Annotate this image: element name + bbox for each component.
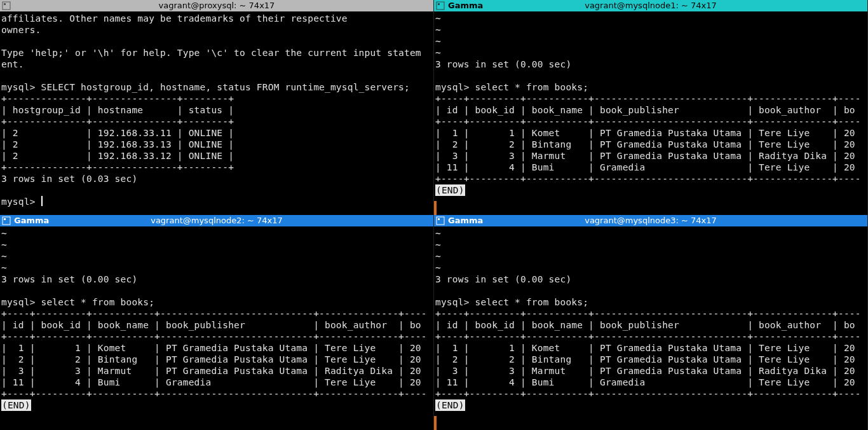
svg-rect-6 <box>437 217 444 225</box>
terminal-output[interactable]: ~ ~ ~ ~ 3 rows in set (0.00 sec) mysql> … <box>434 11 867 215</box>
terminal-output[interactable]: affiliates. Other names may be trademark… <box>0 11 433 215</box>
pager-end: (END) <box>435 184 465 196</box>
status-indicator <box>434 201 437 215</box>
pane-proxysql[interactable]: vagrant@proxysql: ~ 74x17 affiliates. Ot… <box>0 0 434 215</box>
terminal-output[interactable]: ~ ~ ~ ~ 3 rows in set (0.00 sec) mysql> … <box>0 226 433 430</box>
window-menu-icon[interactable] <box>1 216 11 226</box>
pager-end: (END) <box>435 399 465 411</box>
titlebar-mysqlnode1[interactable]: Gamma vagrant@mysqlnode1: ~ 74x17 <box>434 0 867 11</box>
svg-rect-1 <box>4 3 6 5</box>
svg-rect-5 <box>4 218 6 220</box>
titlebar-mysqlnode3[interactable]: Gamma vagrant@mysqlnode3: ~ 74x17 <box>434 215 867 226</box>
svg-rect-2 <box>437 2 444 10</box>
status-indicator <box>434 416 437 430</box>
terminal-output[interactable]: ~ ~ ~ ~ 3 rows in set (0.00 sec) mysql> … <box>434 226 867 430</box>
app-name: Gamma <box>14 215 54 226</box>
window-title: vagrant@proxysql: ~ 74x17 <box>0 0 433 11</box>
titlebar-mysqlnode2[interactable]: Gamma vagrant@mysqlnode2: ~ 74x17 <box>0 215 433 226</box>
svg-rect-3 <box>438 3 440 5</box>
pane-mysqlnode1[interactable]: Gamma vagrant@mysqlnode1: ~ 74x17 ~ ~ ~ … <box>434 0 868 215</box>
pane-mysqlnode2[interactable]: Gamma vagrant@mysqlnode2: ~ 74x17 ~ ~ ~ … <box>0 215 434 430</box>
app-name: Gamma <box>448 215 488 226</box>
svg-rect-7 <box>438 218 440 220</box>
window-title: vagrant@mysqlnode2: ~ 74x17 <box>0 215 433 226</box>
window-menu-icon[interactable] <box>1 1 11 11</box>
app-name: Gamma <box>448 0 488 11</box>
window-menu-icon[interactable] <box>435 216 445 226</box>
window-menu-icon[interactable] <box>435 1 445 11</box>
svg-rect-4 <box>3 217 10 225</box>
window-title: vagrant@mysqlnode1: ~ 74x17 <box>434 0 867 11</box>
svg-rect-0 <box>3 2 10 10</box>
titlebar-proxysql[interactable]: vagrant@proxysql: ~ 74x17 <box>0 0 433 11</box>
pager-end: (END) <box>1 399 31 411</box>
window-title: vagrant@mysqlnode3: ~ 74x17 <box>434 215 867 226</box>
text-cursor <box>41 196 43 206</box>
pane-mysqlnode3[interactable]: Gamma vagrant@mysqlnode3: ~ 74x17 ~ ~ ~ … <box>434 215 868 430</box>
